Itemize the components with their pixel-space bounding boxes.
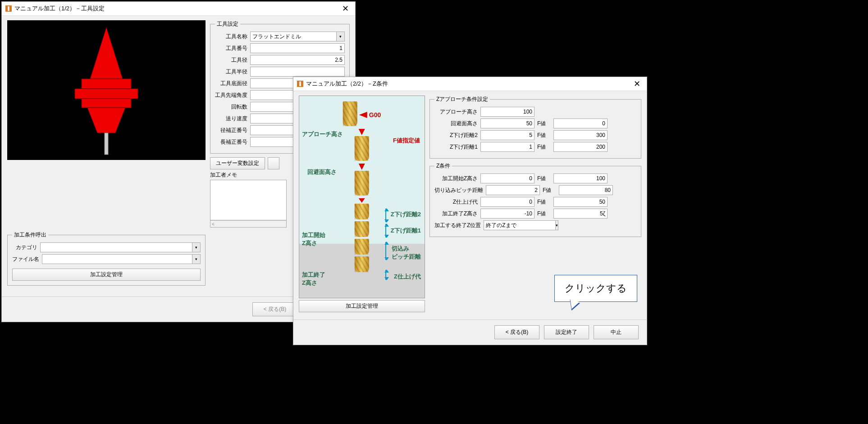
user-variable-extra-button[interactable] [268, 157, 279, 169]
tool-diameter-input[interactable] [250, 55, 345, 65]
svg-rect-4 [75, 89, 138, 99]
recall-legend: 加工条件呼出 [12, 231, 48, 239]
arrow-down-icon [359, 129, 365, 135]
arrow-left-icon [359, 112, 367, 118]
category-dropdown-icon[interactable]: ▾ [192, 242, 201, 252]
tool-shape [43, 25, 169, 160]
f-label: F値 [537, 132, 551, 139]
f-label: F値 [537, 175, 551, 182]
arrow-down-icon [359, 164, 365, 170]
back-button-2[interactable]: < 戻る(B) [494, 325, 539, 339]
manage-settings-button[interactable]: 加工設定管理 [12, 269, 201, 281]
close-icon[interactable]: ✕ [339, 4, 352, 14]
tool-tip-angle-label: 工具先端角度 [215, 91, 247, 99]
diagram-approach-label: アプローチ高さ [302, 130, 343, 138]
recall-group: 加工条件呼出 カテゴリ ▾ ファイル名 ▾ 加工設定管理 [7, 231, 206, 286]
tool-number-label: 工具番号 [215, 45, 247, 52]
memo-scroll-left-icon[interactable]: < [212, 222, 215, 227]
z-diagram-panel: G00 アプローチ高さ F値指定値 回避面高さ [299, 96, 425, 312]
zdown1-input[interactable] [480, 142, 535, 152]
start-z-input[interactable] [480, 173, 535, 183]
finish-f-input[interactable] [553, 197, 608, 207]
svg-rect-7 [105, 133, 108, 155]
zdown2-input[interactable] [480, 130, 535, 140]
titlebar-2: マニュアル加工（2/2）－Z条件 ✕ [293, 77, 647, 91]
pitch-label: 切り込みピッチ距離 [434, 187, 483, 194]
svg-marker-2 [90, 27, 123, 79]
window-title: マニュアル加工（1/2）－工具設定 [14, 5, 105, 13]
end-z-input[interactable] [480, 209, 535, 219]
f-label: F値 [537, 143, 551, 151]
dia-comp-label: 径補正番号 [215, 127, 247, 134]
cancel-button[interactable]: 中止 [594, 325, 639, 339]
z-condition-group: Z条件 加工開始Z高さF値 切り込みピッチ距離F値 Z仕上げ代F値 加工終了Z高… [429, 162, 641, 237]
end-pos-dropdown-icon[interactable]: ▾ [556, 220, 558, 230]
len-comp-label: 長補正番号 [215, 138, 247, 146]
tool-name-input[interactable] [250, 32, 337, 41]
zdown2-label: Z下げ距離2 [434, 132, 478, 139]
tool-name-dropdown-icon[interactable]: ▾ [337, 32, 345, 41]
finish-button[interactable]: 設定終了 [544, 325, 589, 339]
category-label: カテゴリ [12, 244, 37, 251]
category-input[interactable] [40, 242, 192, 252]
z-approach-legend: Zアプローチ条件設定 [434, 96, 490, 103]
memo-textarea[interactable] [210, 180, 287, 220]
end-pos-input[interactable] [484, 220, 556, 230]
dialog-z-conditions: マニュアル加工（2/2）－Z条件 ✕ G00 [293, 77, 647, 345]
approach-h-input[interactable] [480, 107, 535, 117]
g00-label: G00 [369, 111, 381, 119]
pitch-input[interactable] [486, 185, 540, 195]
f-label: F値 [537, 198, 551, 206]
callout-text: クリックする [565, 283, 627, 294]
diagram-avoid-label: 回避面高さ [307, 168, 337, 176]
diagram-startz-label: 加工開始 Z高さ [302, 231, 325, 247]
f-label: F値 [537, 210, 551, 218]
end-pos-label: 加工する終了Z位置 [434, 222, 481, 229]
zdown1-f-input[interactable] [553, 142, 608, 152]
arrow-down-icon [359, 198, 365, 203]
diagram-finish-label: Z仕上げ代 [394, 273, 421, 281]
rpm-label: 回転数 [215, 103, 247, 111]
z-condition-legend: Z条件 [434, 162, 452, 170]
tool-number-input[interactable] [250, 43, 345, 53]
user-variable-button[interactable]: ユーザー変数設定 [210, 157, 265, 169]
start-z-f-input[interactable] [553, 173, 608, 183]
callout-box: クリックする [554, 275, 637, 302]
tool-diameter-label: 工具径 [215, 56, 247, 64]
end-z-f-input[interactable] [553, 209, 608, 219]
tool-bottom-label: 工具底面径 [215, 80, 247, 87]
avoid-h-label: 回避面高さ [434, 120, 478, 128]
titlebar: マニュアル加工（1/2）－工具設定 ✕ [2, 2, 355, 16]
svg-rect-3 [82, 79, 131, 89]
f-label: F値 [543, 187, 556, 194]
avoid-h-f-input[interactable] [553, 119, 608, 128]
tool-name-label: 工具名称 [215, 33, 247, 41]
diagram-zdown1-label: Z下げ距離1 [391, 227, 421, 235]
manage-settings-button-2[interactable]: 加工設定管理 [299, 300, 425, 312]
diagram-cutin-label: 切込み ピッチ距離 [392, 245, 421, 261]
f-label: F値 [537, 120, 551, 128]
end-z-label: 加工終了Z高さ [434, 210, 478, 218]
avoid-h-input[interactable] [480, 119, 535, 128]
svg-rect-9 [299, 82, 301, 87]
back-button[interactable]: < 戻る(B) [252, 302, 297, 316]
tool-radius-input[interactable] [250, 67, 345, 77]
close-icon-2[interactable]: ✕ [631, 79, 643, 89]
svg-marker-6 [87, 108, 125, 133]
pitch-f-input[interactable] [559, 185, 613, 195]
zdown1-label: Z下げ距離1 [434, 143, 478, 151]
finish-input[interactable] [480, 197, 535, 207]
finish-label: Z仕上げ代 [434, 198, 478, 206]
filename-input[interactable] [42, 254, 192, 264]
filename-dropdown-icon[interactable]: ▾ [192, 254, 201, 264]
tool-radius-label: 工具半径 [215, 68, 247, 76]
diagram-endz-label: 加工終了 Z高さ [302, 271, 325, 287]
zdown2-f-input[interactable] [553, 130, 608, 140]
app-icon [5, 5, 12, 12]
filename-label: ファイル名 [12, 255, 39, 263]
z-approach-group: Zアプローチ条件設定 アプローチ高さ 回避面高さF値 Z下げ距離2F値 Z下げ距… [429, 96, 641, 159]
window-title-2: マニュアル加工（2/2）－Z条件 [306, 80, 388, 88]
start-z-label: 加工開始Z高さ [434, 175, 478, 182]
diagram-fspec-label: F値指定値 [393, 137, 420, 145]
diagram-zdown2-label: Z下げ距離2 [391, 210, 421, 219]
